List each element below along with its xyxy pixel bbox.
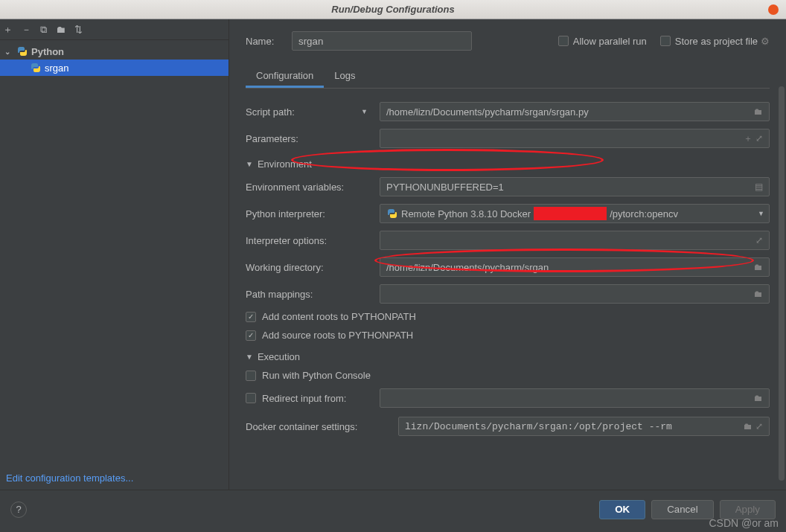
docker-settings-field[interactable]: 🖿 ⤢ (398, 417, 770, 436)
config-tree: ⌄ Python srgan (0, 40, 229, 467)
run-with-console[interactable]: Run with Python Console (246, 370, 770, 381)
list-icon[interactable]: ▤ (753, 182, 764, 192)
cancel-button[interactable]: Cancel (651, 500, 714, 519)
name-label: Name: (246, 36, 292, 47)
interpreter-suffix: /pytorch:opencv (610, 208, 678, 219)
ok-button[interactable]: OK (599, 500, 645, 519)
interp-options-label: Interpreter options: (246, 235, 380, 246)
path-mappings-input[interactable] (380, 285, 753, 303)
checkbox-icon[interactable] (246, 312, 256, 322)
python-icon (386, 208, 398, 219)
checkbox-icon[interactable] (660, 36, 671, 46)
allow-parallel-container[interactable]: Allow parallel run (558, 36, 647, 47)
sidebar-toolbar: ＋ － ⧉ 🖿 ⇅ (0, 19, 229, 40)
script-path-field[interactable]: 🖿 (380, 102, 770, 121)
tree-root-label: Python (31, 46, 64, 57)
allow-parallel-label: Allow parallel run (573, 36, 647, 47)
redirect-input[interactable]: Redirect input from: (246, 393, 380, 404)
chevron-down-icon: ⌄ (4, 48, 13, 56)
add-source-roots[interactable]: Add source roots to PYTHONPATH (246, 330, 770, 341)
interpreter-field[interactable]: Remote Python 3.8.10 Docker /pytorch:ope… (380, 204, 770, 223)
tree-root-python[interactable]: ⌄ Python (0, 43, 229, 60)
parameters-input[interactable] (380, 129, 742, 147)
checkbox-icon[interactable] (246, 393, 256, 403)
folder-icon[interactable]: 🖿 (56, 24, 66, 35)
execution-title: Execution (258, 351, 300, 362)
tab-bar: Configuration Logs (246, 65, 770, 89)
script-path-input[interactable] (380, 103, 753, 121)
parameters-label: Parameters: (246, 133, 380, 144)
sidebar: ＋ － ⧉ 🖿 ⇅ ⌄ Python srgan Edit configurat… (0, 19, 229, 490)
apply-button[interactable]: Apply (720, 500, 776, 519)
content-panel: Name: Allow parallel run Store as projec… (229, 19, 786, 490)
interpreter-prefix: Remote Python 3.8.10 Docker (401, 208, 531, 219)
docker-settings-label: Docker container settings: (246, 421, 398, 432)
tab-configuration[interactable]: Configuration (246, 65, 324, 88)
path-mappings-label: Path mappings: (246, 289, 380, 300)
checkbox-icon[interactable] (246, 330, 256, 341)
python-icon (16, 45, 28, 57)
env-vars-label: Environment variables: (246, 182, 380, 193)
environment-title: Environment (258, 158, 312, 170)
expand-icon[interactable]: ⤢ (754, 133, 764, 144)
scrollbar[interactable] (779, 86, 785, 481)
folder-icon[interactable]: 🖿 (753, 289, 764, 299)
script-path-label: Script path: (246, 106, 358, 118)
interp-options-input[interactable] (380, 231, 754, 249)
store-project-container[interactable]: Store as project file (660, 36, 758, 47)
working-dir-input[interactable] (380, 258, 753, 276)
help-button[interactable]: ? (10, 501, 27, 518)
title-bar: Run/Debug Configurations (0, 0, 786, 19)
env-vars-field[interactable]: ▤ (380, 177, 770, 196)
tree-item-label: srgan (45, 63, 69, 74)
chevron-down-icon: ▼ (246, 160, 253, 168)
python-icon (30, 62, 42, 74)
tab-logs[interactable]: Logs (324, 65, 365, 88)
interp-options-field[interactable]: ⤢ (380, 231, 770, 250)
chevron-down-icon[interactable]: ▼ (361, 108, 368, 115)
close-icon[interactable] (768, 4, 779, 15)
folder-icon[interactable]: 🖿 (753, 262, 764, 272)
checkbox-icon[interactable] (246, 371, 256, 381)
add-source-roots-label: Add source roots to PYTHONPATH (262, 330, 413, 341)
name-input[interactable] (292, 31, 472, 51)
plus-icon[interactable]: ＋ (742, 132, 754, 145)
edit-templates-link[interactable]: Edit configuration templates... (0, 467, 229, 490)
redacted-block (534, 207, 607, 220)
chevron-down-icon: ▼ (246, 353, 253, 361)
checkbox-icon[interactable] (558, 36, 569, 46)
environment-section[interactable]: ▼ Environment (246, 158, 770, 170)
execution-section[interactable]: ▼ Execution (246, 351, 770, 362)
add-icon[interactable]: ＋ (3, 23, 13, 36)
docker-settings-input[interactable] (399, 417, 742, 435)
folder-icon[interactable]: 🖿 (753, 106, 764, 117)
working-dir-label: Working directory: (246, 262, 380, 273)
env-vars-input[interactable] (380, 178, 753, 196)
tree-item-srgan[interactable]: srgan (0, 60, 229, 76)
expand-icon[interactable]: ⤢ (754, 421, 764, 432)
chevron-down-icon[interactable]: ▼ (758, 210, 764, 217)
path-mappings-field[interactable]: 🖿 (380, 284, 770, 304)
folder-icon[interactable]: 🖿 (742, 421, 754, 432)
folder-icon[interactable]: 🖿 (753, 393, 764, 403)
sort-icon[interactable]: ⇅ (74, 24, 83, 35)
remove-icon[interactable]: － (22, 23, 31, 36)
button-bar: ? OK Cancel Apply (0, 490, 786, 528)
expand-icon[interactable]: ⤢ (754, 235, 764, 246)
store-project-label: Store as project file (675, 36, 758, 47)
working-dir-field[interactable]: 🖿 (380, 257, 770, 277)
add-content-roots[interactable]: Add content roots to PYTHONPATH (246, 311, 770, 322)
copy-icon[interactable]: ⧉ (40, 24, 47, 36)
gear-icon[interactable]: ⚙ (761, 36, 770, 47)
redirect-input-field[interactable]: 🖿 (380, 388, 770, 408)
add-content-roots-label: Add content roots to PYTHONPATH (262, 311, 416, 322)
window-title: Run/Debug Configurations (331, 4, 454, 15)
redirect-input-label: Redirect input from: (262, 393, 346, 404)
redirect-input-input[interactable] (380, 389, 753, 407)
run-with-console-label: Run with Python Console (262, 370, 371, 381)
interpreter-label: Python interpreter: (246, 208, 380, 219)
main-container: ＋ － ⧉ 🖿 ⇅ ⌄ Python srgan Edit configurat… (0, 19, 786, 490)
parameters-field[interactable]: ＋ ⤢ (380, 129, 770, 148)
